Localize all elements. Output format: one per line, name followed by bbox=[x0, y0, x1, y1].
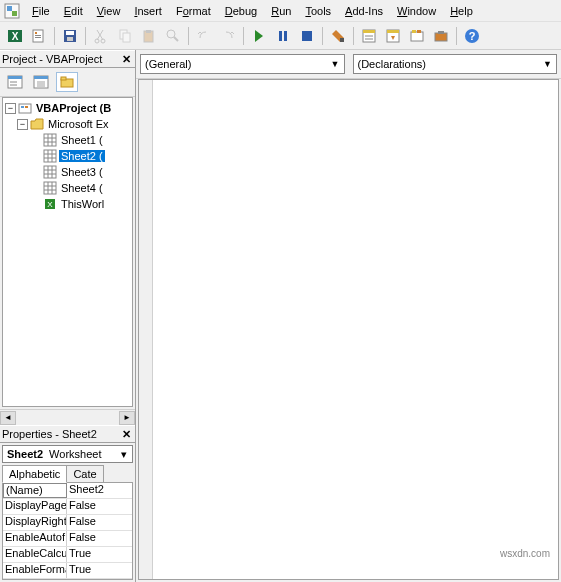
tab-alphabetic[interactable]: Alphabetic bbox=[2, 465, 67, 483]
tree-sheet[interactable]: Sheet2 ( bbox=[3, 148, 132, 164]
svg-rect-11 bbox=[67, 37, 73, 41]
chevron-down-icon[interactable]: ▾ bbox=[116, 448, 132, 461]
undo-icon[interactable] bbox=[193, 25, 215, 47]
svg-rect-37 bbox=[438, 31, 444, 34]
scroll-left-icon[interactable]: ◄ bbox=[0, 411, 16, 425]
tree-folder[interactable]: − Microsoft Ex bbox=[3, 116, 132, 132]
tree-root[interactable]: − VBAProject (B bbox=[3, 100, 132, 116]
tree-folder-label: Microsoft Ex bbox=[46, 118, 111, 130]
tree-workbook[interactable]: X ThisWorl bbox=[3, 196, 132, 212]
prop-row[interactable]: DisplayRightFalse bbox=[3, 515, 132, 531]
object-name: Sheet2 bbox=[3, 448, 47, 460]
prop-row[interactable]: DisplayPageFalse bbox=[3, 499, 132, 515]
project-explorer-icon[interactable] bbox=[358, 25, 380, 47]
close-icon[interactable]: ✕ bbox=[119, 427, 133, 441]
object-combo[interactable]: (General) ▼ bbox=[140, 54, 345, 74]
svg-rect-36 bbox=[435, 33, 447, 41]
prop-row[interactable]: EnableFormaTrue bbox=[3, 563, 132, 579]
svg-point-18 bbox=[167, 30, 175, 38]
svg-rect-6 bbox=[35, 32, 37, 34]
scroll-right-icon[interactable]: ► bbox=[119, 411, 135, 425]
chevron-down-icon[interactable]: ▼ bbox=[331, 59, 340, 69]
toolbox-icon[interactable] bbox=[430, 25, 452, 47]
run-icon[interactable] bbox=[248, 25, 270, 47]
horizontal-scrollbar[interactable]: ◄ ► bbox=[0, 409, 135, 425]
svg-rect-45 bbox=[34, 76, 48, 79]
standard-toolbar: X ? bbox=[0, 22, 561, 50]
svg-rect-17 bbox=[146, 30, 151, 33]
tree-sheet[interactable]: Sheet3 ( bbox=[3, 164, 132, 180]
svg-rect-27 bbox=[363, 30, 375, 33]
folder-open-icon bbox=[30, 117, 44, 131]
menu-tools[interactable]: Tools bbox=[299, 3, 337, 19]
menu-insert[interactable]: Insert bbox=[128, 3, 168, 19]
menu-bar: FFileile Edit View Insert Format Debug R… bbox=[0, 0, 561, 22]
object-browser-icon[interactable] bbox=[406, 25, 428, 47]
properties-title: Properties - Sheet2 bbox=[2, 428, 97, 440]
object-selector[interactable]: Sheet2 Worksheet ▾ bbox=[2, 445, 133, 463]
code-area[interactable] bbox=[153, 80, 558, 579]
svg-rect-46 bbox=[37, 81, 45, 87]
redo-icon[interactable] bbox=[217, 25, 239, 47]
menu-format[interactable]: Format bbox=[170, 3, 217, 19]
project-tree[interactable]: − VBAProject (B − Microsoft Ex Sheet1 ( … bbox=[2, 97, 133, 407]
svg-rect-41 bbox=[8, 76, 22, 79]
menu-window[interactable]: Window bbox=[391, 3, 442, 19]
excel-icon[interactable]: X bbox=[4, 25, 26, 47]
svg-text:X: X bbox=[47, 200, 53, 209]
tree-sheet[interactable]: Sheet1 ( bbox=[3, 132, 132, 148]
cut-icon[interactable] bbox=[90, 25, 112, 47]
worksheet-icon bbox=[43, 149, 57, 163]
menu-edit[interactable]: Edit bbox=[58, 3, 89, 19]
prop-row[interactable]: EnableAutofFalse bbox=[3, 531, 132, 547]
menu-view[interactable]: View bbox=[91, 3, 127, 19]
copy-icon[interactable] bbox=[114, 25, 136, 47]
design-mode-icon[interactable] bbox=[327, 25, 349, 47]
worksheet-icon bbox=[43, 181, 57, 195]
svg-rect-22 bbox=[284, 31, 287, 41]
close-icon[interactable]: ✕ bbox=[119, 52, 133, 66]
tree-sheet-label: Sheet2 ( bbox=[59, 150, 105, 162]
help-icon[interactable]: ? bbox=[461, 25, 483, 47]
reset-icon[interactable] bbox=[296, 25, 318, 47]
tree-sheet-label: Sheet1 ( bbox=[59, 134, 105, 146]
watermark: wsxdn.com bbox=[500, 548, 550, 559]
svg-rect-10 bbox=[66, 31, 74, 35]
insert-module-icon[interactable] bbox=[28, 25, 50, 47]
svg-rect-58 bbox=[44, 150, 56, 162]
toggle-folders-icon[interactable] bbox=[56, 72, 78, 92]
procedure-combo[interactable]: (Declarations) ▼ bbox=[353, 54, 558, 74]
collapse-icon[interactable]: − bbox=[5, 103, 16, 114]
view-object-icon[interactable] bbox=[30, 72, 52, 92]
svg-rect-48 bbox=[61, 77, 66, 80]
chevron-down-icon[interactable]: ▼ bbox=[543, 59, 552, 69]
prop-row[interactable]: EnableCalcuTrue bbox=[3, 547, 132, 563]
menu-debug[interactable]: Debug bbox=[219, 3, 263, 19]
properties-grid[interactable]: (Name)Sheet2 DisplayPageFalse DisplayRig… bbox=[2, 482, 133, 580]
svg-rect-31 bbox=[387, 30, 399, 33]
find-icon[interactable] bbox=[162, 25, 184, 47]
prop-row[interactable]: (Name)Sheet2 bbox=[3, 483, 132, 499]
break-icon[interactable] bbox=[272, 25, 294, 47]
svg-marker-20 bbox=[255, 30, 263, 42]
save-icon[interactable] bbox=[59, 25, 81, 47]
code-editor[interactable]: wsxdn.com bbox=[138, 79, 559, 580]
menu-addins[interactable]: Add-Ins bbox=[339, 3, 389, 19]
svg-rect-8 bbox=[35, 37, 41, 38]
tree-root-label: VBAProject (B bbox=[34, 102, 113, 114]
object-combo-value: (General) bbox=[145, 58, 191, 70]
view-code-icon[interactable] bbox=[4, 72, 26, 92]
svg-rect-51 bbox=[25, 106, 28, 108]
svg-rect-15 bbox=[123, 33, 130, 42]
menu-run[interactable]: Run bbox=[265, 3, 297, 19]
menu-help[interactable]: Help bbox=[444, 3, 479, 19]
collapse-icon[interactable]: − bbox=[17, 119, 28, 130]
properties-window-icon[interactable] bbox=[382, 25, 404, 47]
tree-sheet-label: Sheet3 ( bbox=[59, 166, 105, 178]
svg-rect-49 bbox=[19, 104, 31, 113]
menu-file[interactable]: FFileile bbox=[26, 3, 56, 19]
tab-categorized[interactable]: Cate bbox=[66, 465, 103, 482]
code-margin bbox=[139, 80, 153, 579]
tree-sheet[interactable]: Sheet4 ( bbox=[3, 180, 132, 196]
paste-icon[interactable] bbox=[138, 25, 160, 47]
